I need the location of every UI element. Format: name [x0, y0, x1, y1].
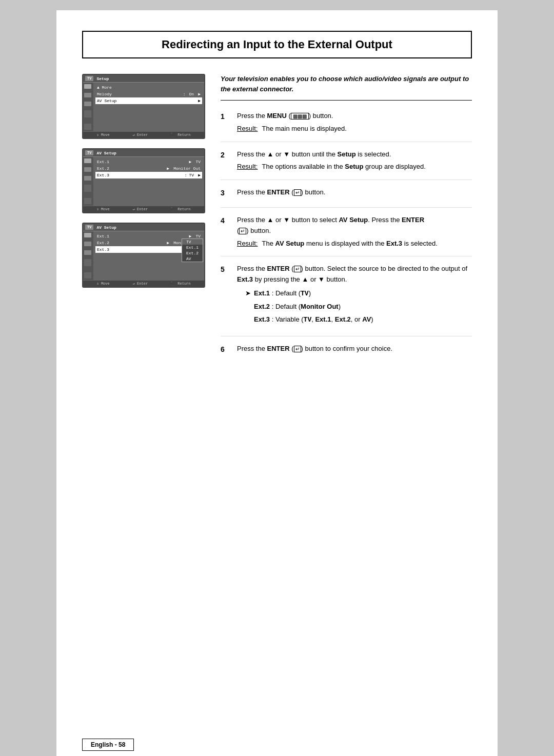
tv-main-2: Ext.1 ▶ TV Ext.2 ▶ Monitor Out Ext.3 : [93, 157, 204, 206]
step-5: 5 Press the ENTER (↵) button. Select the… [221, 264, 472, 336]
tv-menu-title-2: AV Setup [96, 151, 116, 155]
step-number-2: 2 [221, 149, 229, 173]
tv-sidebar-icon-1d [84, 110, 91, 117]
tv-menu-row-2-2: Ext.3 : TV ▶ [95, 172, 202, 178]
tv-screen-1: TV Setup ▲ More [82, 74, 205, 139]
tv-sidebar-icon-3e [84, 272, 91, 278]
tv-sidebar-icon-3c [84, 250, 91, 255]
tv-body-3: Ext.1 ▶ TV Ext.2 ▶ Monitor Out Ext.3 : [83, 231, 204, 280]
tv-menu-row-2-0: Ext.1 ▶ TV [95, 158, 202, 165]
tv-dropdown-row-ext2: Ext.2 [182, 250, 203, 256]
tv-bottom-bar-3: ⇕ Move ↵ Enter ⬛ Return [83, 280, 204, 287]
step-number-1: 1 [221, 111, 229, 134]
step-number-6: 6 [221, 344, 229, 356]
step-content-4: Press the ▲ or ▼ button to select AV Set… [237, 215, 472, 249]
tv-body-2: Ext.1 ▶ TV Ext.2 ▶ Monitor Out Ext.3 : [83, 157, 204, 206]
step-2: 2 Press the ▲ or ▼ button until the Setu… [221, 149, 472, 181]
tv-menu-row-2-1: Ext.2 ▶ Monitor Out [95, 165, 202, 172]
step-6: 6 Press the ENTER (↵) button to confirm … [221, 344, 472, 364]
result-line-4: Result: The AV Setup menu is displayed w… [237, 238, 472, 249]
content-area: TV Setup ▲ More [82, 74, 472, 371]
step-1: 1 Press the MENU (▩▩▩) button. Result: T… [221, 111, 472, 142]
step-5-bullets: ➤ Ext.1 : Default (TV) Ext.2 : Default (… [237, 288, 472, 327]
tv-sidebar-icon-3d [84, 259, 91, 266]
left-column: TV Setup ▲ More [82, 74, 205, 371]
page-title: Redirecting an Input to the External Out… [93, 38, 461, 51]
tv-top-bar-2: TV AV Setup [83, 149, 204, 157]
tv-sidebar-3 [83, 231, 93, 280]
tv-sidebar-icon-2a [84, 158, 91, 163]
page-title-box: Redirecting an Input to the External Out… [82, 31, 472, 58]
tv-menu-row-1-2: AV Setup ▶ [95, 97, 202, 104]
result-line-1: Result: The main menu is displayed. [237, 124, 472, 134]
tv-sidebar-icon-2d [84, 185, 91, 192]
tv-label-1: TV [85, 76, 93, 81]
step-content-1: Press the MENU (▩▩▩) button. Result: The… [237, 111, 472, 134]
tv-sidebar-1 [83, 83, 93, 131]
tv-sidebar-icon-3a [84, 233, 91, 237]
tv-top-bar-3: TV AV Setup [83, 224, 204, 231]
right-column: Your television enables you to choose wh… [221, 74, 472, 371]
tv-bottom-bar-1: ⇕ Move ↵ Enter ⬛ Return [83, 131, 204, 138]
page-footer: English - 58 [82, 739, 472, 751]
tv-sidebar-icon-2c [84, 176, 91, 181]
tv-menu-title-1: Setup [96, 76, 109, 81]
footer-page-label: English - 58 [82, 739, 134, 751]
step-3: 3 Press the ENTER (↵) button. [221, 187, 472, 208]
tv-screen-2: TV AV Setup Ext.1 ▶ [82, 148, 205, 213]
tv-sidebar-icon-1c [84, 102, 91, 106]
tv-dropdown-3: TV Ext.1 Ext.2 AV [182, 238, 203, 262]
tv-main-1: ▲ More Melody : On ▶ AV Setup ▶ [93, 83, 204, 131]
steps-container: 1 Press the MENU (▩▩▩) button. Result: T… [221, 111, 472, 364]
page-container: Redirecting an Input to the External Out… [56, 10, 498, 756]
tv-sidebar-icon-2e [84, 198, 91, 204]
tv-body-1: ▲ More Melody : On ▶ AV Setup ▶ [83, 83, 204, 131]
step-content-3: Press the ENTER (↵) button. [237, 187, 472, 200]
tv-sidebar-icon-1e [84, 124, 91, 130]
tv-label-3: TV [85, 225, 93, 230]
tv-top-bar-1: TV Setup [83, 75, 204, 83]
tv-sidebar-icon-2b [84, 167, 91, 172]
tv-sidebar-icon-3b [84, 242, 91, 246]
tv-bottom-bar-2: ⇕ Move ↵ Enter ⬛ Return [83, 206, 204, 212]
step-content-6: Press the ENTER (↵) button to confirm yo… [237, 344, 472, 356]
tv-main-3: Ext.1 ▶ TV Ext.2 ▶ Monitor Out Ext.3 : [93, 231, 204, 280]
step-number-4: 4 [221, 215, 229, 249]
intro-text: Your television enables you to choose wh… [221, 74, 472, 101]
step-4: 4 Press the ▲ or ▼ button to select AV S… [221, 215, 472, 256]
tv-menu-title-3: AV Setup [96, 225, 116, 230]
tv-dropdown-row-ext1: Ext.1 [182, 245, 203, 250]
tv-label-2: TV [85, 150, 93, 155]
tv-dropdown-row-av: AV [182, 256, 203, 262]
tv-screen-3: TV AV Setup Ext.1 ▶ [82, 223, 205, 288]
step-number-5: 5 [221, 264, 229, 329]
tv-sidebar-2 [83, 157, 93, 206]
tv-menu-row-1-0: ▲ More [95, 84, 202, 91]
result-line-2: Result: The options available in the Set… [237, 162, 472, 172]
tv-sidebar-icon-1a [84, 84, 91, 89]
tv-dropdown-row-tv: TV [182, 239, 203, 245]
step-number-3: 3 [221, 187, 229, 200]
tv-sidebar-icon-1b [84, 93, 91, 97]
step-content-2: Press the ▲ or ▼ button until the Setup … [237, 149, 472, 173]
step-content-5: Press the ENTER (↵) button. Select the s… [237, 264, 472, 329]
tv-menu-row-1-1: Melody : On ▶ [95, 91, 202, 97]
